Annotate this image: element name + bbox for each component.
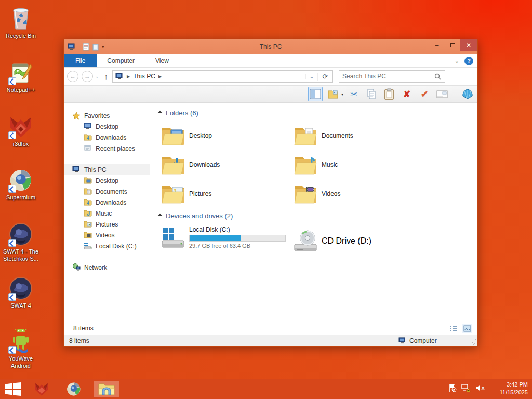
details-view-icon[interactable] [448,324,459,333]
start-button[interactable] [5,382,21,396]
desktop-icon-r3dfox[interactable]: r3dfox [1,114,41,148]
refresh-icon[interactable]: ⟳ [317,73,332,81]
desktop-icon-notepad-plus-plus[interactable]: Notepad++ [1,60,41,94]
classic-toolbar: ▾ ✂ ✘ ✔ [64,85,477,103]
sidebar-item-music[interactable]: Music [64,208,150,219]
resize-grip[interactable] [470,339,476,345]
maximize-button[interactable] [445,39,460,51]
volume-muted-icon[interactable] [476,384,485,392]
tab-file[interactable]: File [64,54,97,67]
items-view: Folders (6) Desktop [150,103,477,322]
recent-places-icon [84,144,92,153]
supermium-icon [8,168,33,193]
desktop-icon-supermium[interactable]: Supermium [1,168,41,202]
cut-icon[interactable]: ✂ [347,87,361,101]
sidebar-item-recent-places[interactable]: Recent places [64,143,150,154]
classic-shell-settings-icon[interactable] [460,87,475,101]
action-center-flag-icon[interactable] [448,383,457,392]
network-warning-icon[interactable] [461,383,471,392]
music-folder-icon [84,209,92,218]
folder-tile-music[interactable]: Music [293,150,425,179]
swat4-stetchkov-icon [8,222,33,247]
up-button[interactable]: ↑ [104,72,109,81]
music-folder-icon [293,152,318,177]
desktop-icon-label: Notepad++ [1,87,41,94]
drive-tile-local-disk-c[interactable]: Local Disk (C:) 29.7 GB free of 63.4 GB [161,225,293,257]
search-input[interactable] [339,73,431,80]
sidebar-item-documents[interactable]: Documents [64,186,150,197]
videos-folder-icon [293,181,318,206]
desktop-icon-youwave-android[interactable]: YouWave Android [1,329,41,370]
sidebar-item-fav-downloads[interactable]: Downloads [64,132,150,143]
taskbar: 3:42 PM 11/15/2025 [0,379,532,399]
address-dropdown-icon[interactable]: ⌄ [305,74,317,79]
folder-tile-documents[interactable]: Documents [293,121,425,150]
group-header-line [238,216,472,216]
sidebar-item-local-disk-c[interactable]: Local Disk (C:) [64,241,150,251]
tab-view[interactable]: View [145,54,179,67]
minimize-button[interactable]: – [429,39,445,51]
shortcut-arrow-icon [8,185,16,193]
tab-computer[interactable]: Computer [97,54,145,67]
documents-folder-icon [293,123,318,148]
folder-tile-desktop[interactable]: Desktop [161,121,293,150]
taskbar-item-supermium[interactable] [62,381,85,397]
folder-options-icon[interactable] [326,87,340,101]
sidebar-item-downloads[interactable]: Downloads [64,197,150,208]
folder-tile-pictures[interactable]: Pictures [161,179,293,208]
forward-button[interactable]: → [82,71,93,82]
swat4-icon [8,276,33,301]
preview-pane-toggle-icon[interactable] [308,87,323,101]
delete-icon[interactable]: ✘ [400,87,414,101]
local-disk-icon [161,225,185,250]
taskbar-item-file-explorer[interactable] [94,381,119,397]
large-icons-view-icon[interactable] [462,324,472,333]
sidebar-item-videos[interactable]: Videos [64,230,150,241]
search-box[interactable] [339,70,445,83]
address-location-icon [115,73,124,80]
notepad-plus-plus-icon [8,60,33,85]
back-button[interactable]: ← [67,71,78,82]
search-icon [431,73,445,80]
help-icon[interactable]: ? [464,57,473,65]
desktop-icon-swat4-stetchkov[interactable]: SWAT 4 - The Stetchkov S... [1,222,41,263]
title-bar[interactable]: ▾ This PC – ✕ [64,39,477,54]
paste-icon[interactable] [382,87,396,101]
group-header-devices[interactable]: Devices and drives (2) [157,211,472,220]
sidebar-item-desktop[interactable]: Desktop [64,175,150,186]
close-button[interactable]: ✕ [460,39,477,51]
sidebar-item-fav-desktop[interactable]: Desktop [64,121,150,132]
desktop-icon-swat4[interactable]: SWAT 4 [1,276,41,310]
breadcrumb-this-pc[interactable]: This PC [133,73,155,80]
sidebar-item-this-pc[interactable]: This PC [64,164,150,175]
window-title: This PC [64,43,477,50]
taskbar-clock[interactable]: 3:42 PM 11/15/2025 [500,381,528,396]
sidebar-item-pictures[interactable]: Pictures [64,219,150,230]
folder-tile-downloads[interactable]: Downloads [161,150,293,179]
folder-options-dropdown-icon[interactable]: ▾ [341,92,343,97]
group-header-folders[interactable]: Folders (6) [157,109,472,117]
recycle-bin-icon [8,6,33,31]
breadcrumb-arrow-icon[interactable]: ▶ [158,74,162,79]
toolbar-separator [455,88,455,100]
taskbar-item-r3dfox[interactable] [30,381,53,397]
group-collapse-icon[interactable] [158,111,162,115]
desktop-icon-recycle-bin[interactable]: Recycle Bin [1,6,41,40]
classic-item-count: 8 items [69,337,89,344]
properties-check-icon[interactable]: ✔ [417,87,432,101]
sidebar-item-favorites[interactable]: Favorites [64,110,150,121]
drive-name: Local Disk (C:) [189,226,286,233]
copy-icon[interactable] [364,87,379,101]
group-collapse-icon[interactable] [158,214,162,218]
ribbon-collapse-icon[interactable]: ⌄ [455,58,459,64]
downloads-folder-icon [84,198,92,207]
address-bar[interactable]: ▶ This PC ▶ ⌄ ⟳ [112,70,332,83]
email-icon[interactable] [435,87,449,101]
drive-tile-cd-d[interactable]: CD Drive (D:) [293,225,425,257]
folder-tile-videos[interactable]: Videos [293,179,425,208]
r3dfox-icon [8,114,33,139]
sidebar-item-network[interactable]: Network [64,262,150,273]
shortcut-arrow-icon [8,131,16,139]
breadcrumb-arrow-icon[interactable]: ▶ [127,74,130,79]
recent-locations-chevron-icon[interactable]: ⌄ [95,74,99,79]
